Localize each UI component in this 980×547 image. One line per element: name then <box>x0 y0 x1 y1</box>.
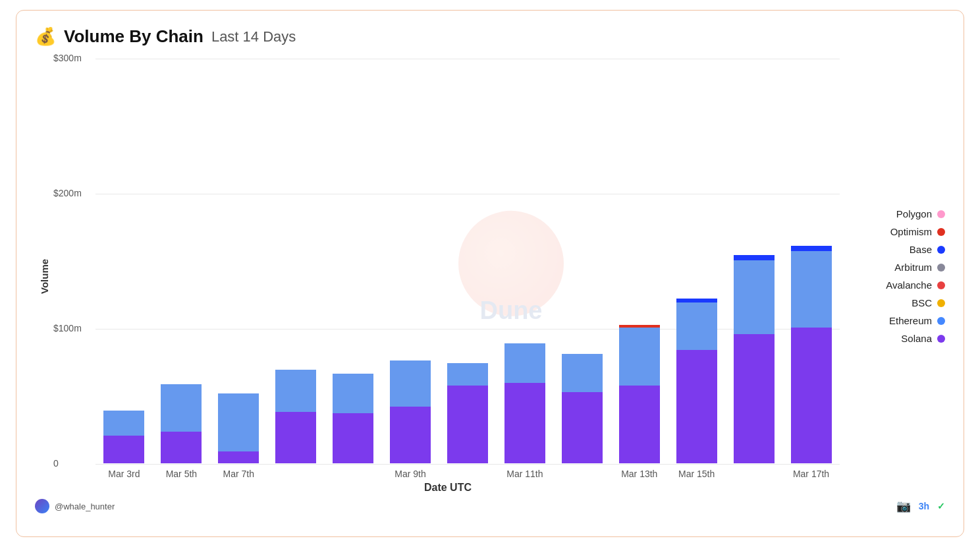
bar-group <box>275 370 316 463</box>
legend: PolygonOptimismBaseArbitrumAvalancheBSCE… <box>840 59 945 494</box>
bar-segment-solana <box>447 386 488 463</box>
bar-group <box>791 246 832 463</box>
camera-icon[interactable]: 📷 <box>896 499 911 513</box>
bar-segment-ethereum <box>218 393 259 451</box>
bar-stack <box>390 360 431 463</box>
legend-label: Ethereum <box>889 315 932 326</box>
legend-item-polygon: Polygon <box>856 208 945 219</box>
footer: @whale_hunter 📷 3h ✓ <box>35 499 945 513</box>
check-icon: ✓ <box>937 501 945 511</box>
grid-and-bars: $300m $200m $100m 0 <box>56 59 840 465</box>
x-tick <box>562 469 603 479</box>
x-tick: Mar 9th <box>390 469 431 479</box>
bar-group <box>619 325 660 463</box>
bar-group <box>103 411 144 463</box>
bar-stack <box>791 246 832 463</box>
x-tick <box>333 469 373 479</box>
bar-segment-ethereum <box>447 363 488 386</box>
legend-item-bsc: BSC <box>856 297 945 308</box>
avatar <box>35 499 49 513</box>
bar-stack <box>103 411 144 463</box>
chart-subtitle: Last 14 Days <box>211 28 296 45</box>
bar-segment-ethereum <box>161 384 202 432</box>
bar-segment-ethereum <box>734 260 775 334</box>
bar-stack <box>333 374 373 463</box>
legend-label: Solana <box>901 333 932 344</box>
bar-segment-ethereum <box>103 411 144 436</box>
bar-segment-base <box>734 255 775 260</box>
x-tick: Mar 7th <box>218 469 259 479</box>
x-tick: Mar 3rd <box>103 469 144 479</box>
username: @whale_hunter <box>55 502 115 511</box>
grid-label-300: $300m <box>53 53 82 63</box>
legend-item-arbitrum: Arbitrum <box>856 262 945 273</box>
legend-dot <box>937 210 945 218</box>
bar-segment-ethereum <box>333 374 373 413</box>
x-tick <box>275 469 316 479</box>
bar-segment-solana <box>791 328 832 463</box>
legend-dot <box>937 317 945 325</box>
x-tick: Mar 11th <box>504 469 545 479</box>
legend-item-optimism: Optimism <box>856 226 945 237</box>
bar-segment-solana <box>619 386 660 463</box>
x-axis-title: Date UTC <box>56 482 840 494</box>
legend-dot <box>937 228 945 236</box>
bar-segment-solana <box>218 451 259 463</box>
bar-segment-ethereum <box>562 354 603 392</box>
bar-segment-ethereum <box>791 251 832 328</box>
bar-group <box>390 360 431 463</box>
legend-dot <box>937 335 945 343</box>
x-axis: Mar 3rdMar 5thMar 7thMar 9thMar 11thMar … <box>95 469 840 479</box>
legend-item-avalanche: Avalanche <box>856 279 945 291</box>
bar-stack <box>504 343 545 463</box>
legend-dot <box>937 299 945 307</box>
x-tick: Mar 15th <box>676 469 717 479</box>
footer-right: 📷 3h ✓ <box>896 499 945 513</box>
legend-label: Optimism <box>890 226 932 237</box>
bar-stack <box>161 384 202 463</box>
bar-stack <box>218 393 259 463</box>
header-emoji: 💰 <box>35 26 56 47</box>
bar-group <box>218 393 259 463</box>
legend-label: Arbitrum <box>894 262 932 273</box>
bar-stack <box>734 255 775 463</box>
bar-group <box>333 374 373 463</box>
legend-label: Base <box>910 244 932 255</box>
bars-row <box>95 59 840 465</box>
timestamp: 3h <box>919 501 929 511</box>
legend-dot <box>937 246 945 254</box>
legend-label: BSC <box>912 297 932 308</box>
x-tick <box>734 469 775 479</box>
bar-segment-solana <box>734 334 775 463</box>
bar-stack <box>447 363 488 463</box>
bar-segment-solana <box>562 392 603 463</box>
bar-group <box>562 354 603 463</box>
bar-group <box>676 299 717 463</box>
bar-segment-ethereum <box>676 302 717 350</box>
bar-segment-solana <box>161 432 202 463</box>
x-tick: Mar 17th <box>791 469 832 479</box>
bar-stack <box>676 299 717 463</box>
legend-item-ethereum: Ethereum <box>856 315 945 326</box>
bar-segment-ethereum <box>275 370 316 412</box>
chart-header: 💰 Volume By Chain Last 14 Days <box>35 26 945 47</box>
chart-inner: $300m $200m $100m 0 Ma <box>56 59 840 494</box>
bar-segment-solana <box>390 407 431 463</box>
legend-label: Avalanche <box>886 279 932 291</box>
bar-segment-base <box>791 246 832 251</box>
chart-container: 💰 Volume By Chain Last 14 Days Dune Volu… <box>16 10 964 537</box>
bar-segment-solana <box>333 413 373 463</box>
bar-group <box>734 255 775 463</box>
chart-title: Volume By Chain <box>64 26 204 47</box>
bar-segment-solana <box>275 412 316 463</box>
legend-dot <box>937 281 945 289</box>
x-tick <box>447 469 488 479</box>
legend-item-solana: Solana <box>856 333 945 344</box>
bar-segment-solana <box>676 350 717 463</box>
x-tick: Mar 5th <box>161 469 202 479</box>
footer-left: @whale_hunter <box>35 499 115 513</box>
bar-segment-ethereum <box>390 360 431 407</box>
bar-stack <box>562 354 603 463</box>
bar-group <box>447 363 488 463</box>
x-tick: Mar 13th <box>619 469 660 479</box>
